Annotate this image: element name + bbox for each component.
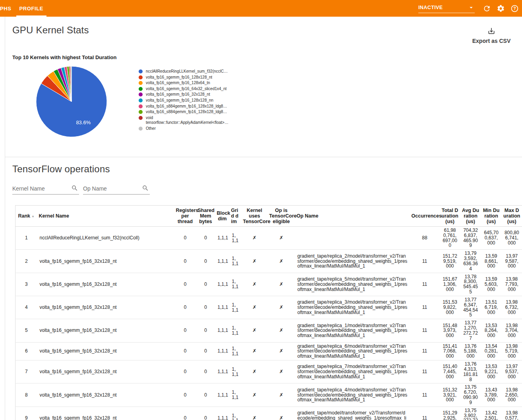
gear-icon[interactable] [497, 4, 505, 13]
cell-shared: 0 [196, 342, 215, 360]
cell-block: 1,1,1 [215, 342, 230, 360]
cell-max: 13,979,587,000 [502, 250, 522, 273]
cell-rank: 1 [15, 227, 37, 250]
gpu-kernel-stats-section: GPU Kernel Stats Export as CSV Top 10 Ke… [5, 17, 522, 157]
legend-item: Other [139, 126, 228, 131]
run-selector-value: INACTIVE [418, 5, 443, 10]
cell-grid: 1,1,1 [230, 250, 242, 273]
cell-occurrences: 11 [410, 360, 440, 383]
col-header-block[interactable]: Block dim [215, 206, 230, 227]
cell-max: 13,983,704,000 [502, 319, 522, 342]
legend-color-dot [139, 127, 143, 131]
col-header-grid[interactable]: Grid dim [230, 206, 242, 227]
cell-occurrences: 88 [410, 227, 440, 250]
col-header-max[interactable]: Max Duration (us) [502, 206, 522, 227]
cell-registers: 0 [174, 273, 196, 296]
cell-min: 13,540,281,000 [481, 342, 502, 360]
col-header-rank[interactable]: Rank▲ [15, 206, 37, 227]
cell-shared: 0 [196, 227, 215, 250]
table-filters [12, 184, 516, 195]
cell-kernel: volta_fp16_sgemm_fp16_32x128_nt [37, 250, 174, 273]
cell-avg: 704,326,837,465.909 [460, 227, 481, 250]
cell-avg: 13,776,347,454.545 [460, 296, 481, 319]
col-header-op[interactable]: Op Name [295, 206, 410, 227]
legend-color-dot [139, 92, 143, 96]
cell-uses_tc: ✗ [242, 383, 268, 407]
cell-max: 800,806,741,000 [502, 227, 522, 250]
cell-grid: 1,1,1 [230, 296, 242, 319]
legend-item: volta_fp16_sgemm_fp16_64x32_sliced1x4_nt [139, 87, 228, 92]
legend-label: volta_fp16_s884gemm_fp16_128x128_ldg8… [146, 104, 227, 109]
cell-registers: 0 [174, 319, 196, 342]
legend-label: volta_fp16_sgemm_fp16_128x128_nt [146, 75, 212, 80]
cell-uses_tc: ✗ [242, 250, 268, 273]
tab-profile[interactable]: PROFILE [16, 0, 47, 17]
cell-rank: 9 [15, 407, 37, 420]
cell-grid: 1,1,1 [230, 407, 242, 420]
col-header-shared[interactable]: Shared Mem bytes [196, 206, 215, 227]
col-header-occurrences[interactable]: Occurrences [410, 206, 440, 227]
chart-title: Top 10 Kernels with highest Total Durati… [12, 54, 514, 60]
cell-total: 61,980,761,697,000 [440, 227, 460, 250]
search-icon[interactable] [71, 185, 78, 192]
col-header-total[interactable]: Total Duration (us) [440, 206, 460, 227]
cell-rank: 2 [15, 250, 37, 273]
cell-occurrences: 11 [410, 407, 440, 420]
cell-kernel: volta_fp16_sgemm_fp16_32x128_nt [37, 342, 174, 360]
cell-grid: 1,1,1 [230, 360, 242, 383]
col-header-registers[interactable]: Registers per thread [174, 206, 196, 227]
col-header-min[interactable]: Min Duration (us) [481, 206, 502, 227]
col-header-uses_tc[interactable]: Kernel uses TensorCore [242, 206, 268, 227]
cell-total: 151,417,068,000 [440, 342, 460, 360]
col-header-tc_eligible[interactable]: Op is TensorCore eligible [268, 206, 295, 227]
col-header-kernel[interactable]: Kernel Name [37, 206, 174, 227]
op-name-input[interactable] [83, 184, 150, 195]
cell-min: 13,516,719,000 [481, 296, 502, 319]
cell-uses_tc: ✗ [242, 342, 268, 360]
cell-rank: 6 [15, 342, 37, 360]
run-selector-dropdown[interactable]: INACTIVE [418, 4, 475, 13]
cell-registers: 0 [174, 296, 196, 319]
tab-graphs[interactable]: PHS [0, 0, 15, 17]
legend-label: volta_fp16_sgemm_fp16_32x128_nt [146, 92, 210, 97]
search-icon[interactable] [142, 185, 149, 192]
cell-block: 1,1,1 [215, 360, 230, 383]
legend-label: Other [146, 126, 156, 131]
legend-label: volta_fp16_sgemm_fp16_64x32_sliced1x4_nt [146, 87, 226, 92]
cell-min: 13,422,501,000 [481, 407, 502, 420]
cell-occurrences: 11 [410, 319, 440, 342]
cell-uses_tc: ✗ [242, 227, 268, 250]
legend-item: volta_fp16_sgemm_fp16_128x64_tn [139, 81, 228, 86]
cell-grid: 1,1,1 [230, 273, 242, 296]
cell-max: 13,985,719,000 [502, 342, 522, 360]
kernel-name-input[interactable] [12, 184, 79, 195]
cell-op: gradient_tape/replica_1/model/transforme… [295, 319, 410, 342]
help-icon[interactable]: ? [510, 4, 519, 13]
op-name-filter [83, 184, 150, 195]
legend-item: volta_fp16_sgemm_fp16_32x128_nt [139, 92, 228, 97]
cell-kernel: volta_fp16_sgemm_fp16_32x128_nt [37, 273, 174, 296]
refresh-icon[interactable] [483, 4, 491, 13]
table-row: 3volta_fp16_sgemm_fp16_32x128_nt001,1,11… [15, 273, 522, 296]
cell-kernel: volta_fp16_sgemm_fp16_32x128_nt [37, 383, 174, 407]
cell-total: 151,483,973,000 [440, 319, 460, 342]
table-row: 8volta_fp16_sgemm_fp16_32x128_nt001,1,11… [15, 383, 522, 407]
cell-registers: 0 [174, 342, 196, 360]
cell-block: 1,1,1 [215, 296, 230, 319]
export-csv-button[interactable]: Export as CSV [470, 27, 513, 44]
export-csv-label: Export as CSV [470, 38, 513, 44]
table-row: 5volta_fp16_sgemm_fp16_32x128_nt001,1,11… [15, 319, 522, 342]
app-bar: PHS PROFILE INACTIVE ? [0, 0, 522, 17]
chevron-down-icon [468, 4, 475, 11]
app-bar-actions: INACTIVE ? [418, 0, 522, 17]
legend-label: volta_fp16_s884gemm_fp16_128x128_ldg8… [146, 110, 227, 115]
cell-registers: 0 [174, 250, 196, 273]
legend-item: ncclAllReduceRingLLKernel_sum_f32(ncclC… [139, 69, 228, 74]
col-header-avg[interactable]: Avg Duration (us) [460, 206, 481, 227]
cell-rank: 5 [15, 319, 37, 342]
cell-registers: 0 [174, 360, 196, 383]
legend-item: void tensorflow::functor::ApplyAdamKerne… [139, 116, 228, 125]
cell-grid: 1,1,1 [230, 319, 242, 342]
cell-max: 13,986,732,000 [502, 296, 522, 319]
table-row: 1ncclAllReduceRingLLKernel_sum_f32(ncclC… [15, 227, 522, 250]
